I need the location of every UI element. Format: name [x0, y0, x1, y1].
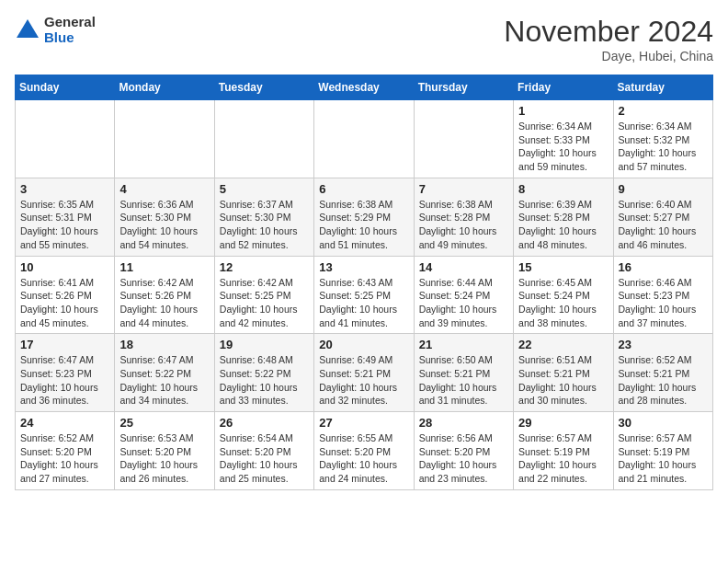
col-thursday: Thursday [414, 75, 513, 100]
table-row: 3Sunrise: 6:35 AMSunset: 5:31 PMDaylight… [16, 178, 115, 256]
table-row: 26Sunrise: 6:54 AMSunset: 5:20 PMDayligh… [214, 412, 313, 490]
table-row: 1Sunrise: 6:34 AMSunset: 5:33 PMDaylight… [514, 100, 613, 178]
day-info: Sunrise: 6:49 AMSunset: 5:21 PMDaylight:… [319, 353, 408, 408]
table-row: 30Sunrise: 6:57 AMSunset: 5:19 PMDayligh… [613, 412, 712, 490]
day-info: Sunrise: 6:57 AMSunset: 5:19 PMDaylight:… [518, 431, 608, 486]
day-info: Sunrise: 6:47 AMSunset: 5:23 PMDaylight:… [20, 353, 109, 408]
table-row [214, 100, 313, 178]
day-number: 27 [319, 416, 408, 430]
svg-marker-0 [17, 19, 39, 38]
day-info: Sunrise: 6:57 AMSunset: 5:19 PMDaylight:… [619, 431, 708, 486]
calendar-week-row: 24Sunrise: 6:52 AMSunset: 5:20 PMDayligh… [16, 412, 713, 490]
table-row: 27Sunrise: 6:55 AMSunset: 5:20 PMDayligh… [314, 412, 414, 490]
table-row: 17Sunrise: 6:47 AMSunset: 5:23 PMDayligh… [16, 334, 115, 412]
day-info: Sunrise: 6:55 AMSunset: 5:20 PMDaylight:… [319, 431, 408, 486]
table-row: 20Sunrise: 6:49 AMSunset: 5:21 PMDayligh… [314, 334, 414, 412]
table-row: 21Sunrise: 6:50 AMSunset: 5:21 PMDayligh… [414, 334, 513, 412]
table-row: 9Sunrise: 6:40 AMSunset: 5:27 PMDaylight… [613, 178, 712, 256]
table-row: 18Sunrise: 6:47 AMSunset: 5:22 PMDayligh… [115, 334, 214, 412]
col-monday: Monday [115, 75, 214, 100]
table-row [414, 100, 513, 178]
logo-general: General [44, 15, 96, 30]
day-info: Sunrise: 6:50 AMSunset: 5:21 PMDaylight:… [419, 353, 508, 408]
day-number: 26 [220, 416, 309, 430]
table-row: 25Sunrise: 6:53 AMSunset: 5:20 PMDayligh… [115, 412, 214, 490]
day-info: Sunrise: 6:51 AMSunset: 5:21 PMDaylight:… [518, 353, 608, 408]
day-number: 12 [220, 260, 309, 274]
table-row: 14Sunrise: 6:44 AMSunset: 5:24 PMDayligh… [414, 256, 513, 334]
day-number: 21 [419, 338, 508, 351]
day-number: 3 [20, 182, 109, 196]
day-info: Sunrise: 6:36 AMSunset: 5:30 PMDaylight:… [119, 198, 209, 252]
day-number: 11 [119, 260, 209, 274]
day-info: Sunrise: 6:42 AMSunset: 5:25 PMDaylight:… [220, 276, 309, 330]
day-info: Sunrise: 6:38 AMSunset: 5:28 PMDaylight:… [419, 198, 508, 252]
day-number: 9 [619, 182, 708, 196]
title-block: November 2024 Daye, Hubei, China [504, 15, 713, 63]
table-row: 4Sunrise: 6:36 AMSunset: 5:30 PMDaylight… [115, 178, 214, 256]
day-info: Sunrise: 6:35 AMSunset: 5:31 PMDaylight:… [20, 198, 109, 252]
table-row: 24Sunrise: 6:52 AMSunset: 5:20 PMDayligh… [16, 412, 115, 490]
table-row: 28Sunrise: 6:56 AMSunset: 5:20 PMDayligh… [414, 412, 513, 490]
day-info: Sunrise: 6:52 AMSunset: 5:21 PMDaylight:… [619, 353, 708, 408]
table-row: 6Sunrise: 6:38 AMSunset: 5:29 PMDaylight… [314, 178, 414, 256]
day-number: 25 [119, 416, 209, 430]
day-number: 28 [419, 416, 508, 430]
day-info: Sunrise: 6:38 AMSunset: 5:29 PMDaylight:… [319, 198, 408, 252]
calendar-week-row: 1Sunrise: 6:34 AMSunset: 5:33 PMDaylight… [16, 100, 713, 178]
table-row: 8Sunrise: 6:39 AMSunset: 5:28 PMDaylight… [514, 178, 613, 256]
calendar-week-row: 3Sunrise: 6:35 AMSunset: 5:31 PMDaylight… [16, 178, 713, 256]
day-number: 20 [319, 338, 408, 351]
day-info: Sunrise: 6:47 AMSunset: 5:22 PMDaylight:… [119, 353, 209, 408]
day-info: Sunrise: 6:56 AMSunset: 5:20 PMDaylight:… [419, 431, 508, 486]
day-info: Sunrise: 6:37 AMSunset: 5:30 PMDaylight:… [220, 198, 309, 252]
col-tuesday: Tuesday [214, 75, 313, 100]
col-friday: Friday [514, 75, 613, 100]
location: Daye, Hubei, China [504, 49, 713, 63]
table-row: 10Sunrise: 6:41 AMSunset: 5:26 PMDayligh… [16, 256, 115, 334]
day-number: 6 [319, 182, 408, 196]
col-sunday: Sunday [16, 75, 115, 100]
calendar: Sunday Monday Tuesday Wednesday Thursday… [15, 75, 713, 490]
day-info: Sunrise: 6:46 AMSunset: 5:23 PMDaylight:… [619, 276, 708, 330]
calendar-week-row: 10Sunrise: 6:41 AMSunset: 5:26 PMDayligh… [16, 256, 713, 334]
day-info: Sunrise: 6:53 AMSunset: 5:20 PMDaylight:… [119, 431, 209, 486]
day-number: 29 [518, 416, 608, 430]
day-info: Sunrise: 6:54 AMSunset: 5:20 PMDaylight:… [220, 431, 309, 486]
day-info: Sunrise: 6:41 AMSunset: 5:26 PMDaylight:… [20, 276, 109, 330]
day-number: 18 [119, 338, 209, 351]
day-number: 1 [518, 104, 608, 118]
day-number: 8 [518, 182, 608, 196]
day-info: Sunrise: 6:34 AMSunset: 5:33 PMDaylight:… [518, 120, 608, 174]
table-row [314, 100, 414, 178]
logo-icon [15, 17, 40, 43]
col-saturday: Saturday [613, 75, 712, 100]
day-number: 30 [619, 416, 708, 430]
day-info: Sunrise: 6:40 AMSunset: 5:27 PMDaylight:… [619, 198, 708, 252]
day-info: Sunrise: 6:45 AMSunset: 5:24 PMDaylight:… [518, 276, 608, 330]
day-number: 17 [20, 338, 109, 351]
calendar-header-row: Sunday Monday Tuesday Wednesday Thursday… [16, 75, 713, 100]
table-row [16, 100, 115, 178]
logo-text: General Blue [44, 15, 96, 45]
day-info: Sunrise: 6:48 AMSunset: 5:22 PMDaylight:… [220, 353, 309, 408]
day-info: Sunrise: 6:44 AMSunset: 5:24 PMDaylight:… [419, 276, 508, 330]
day-info: Sunrise: 6:52 AMSunset: 5:20 PMDaylight:… [20, 431, 109, 486]
day-number: 16 [619, 260, 708, 274]
day-number: 13 [319, 260, 408, 274]
table-row: 2Sunrise: 6:34 AMSunset: 5:32 PMDaylight… [613, 100, 712, 178]
logo: General Blue [15, 15, 96, 45]
day-number: 15 [518, 260, 608, 274]
table-row: 15Sunrise: 6:45 AMSunset: 5:24 PMDayligh… [514, 256, 613, 334]
calendar-week-row: 17Sunrise: 6:47 AMSunset: 5:23 PMDayligh… [16, 334, 713, 412]
col-wednesday: Wednesday [314, 75, 414, 100]
month-title: November 2024 [504, 15, 713, 49]
table-row: 23Sunrise: 6:52 AMSunset: 5:21 PMDayligh… [613, 334, 712, 412]
day-info: Sunrise: 6:42 AMSunset: 5:26 PMDaylight:… [119, 276, 209, 330]
day-number: 22 [518, 338, 608, 351]
table-row: 19Sunrise: 6:48 AMSunset: 5:22 PMDayligh… [214, 334, 313, 412]
day-number: 2 [619, 104, 708, 118]
day-info: Sunrise: 6:43 AMSunset: 5:25 PMDaylight:… [319, 276, 408, 330]
day-number: 10 [20, 260, 109, 274]
logo-blue: Blue [44, 30, 96, 46]
